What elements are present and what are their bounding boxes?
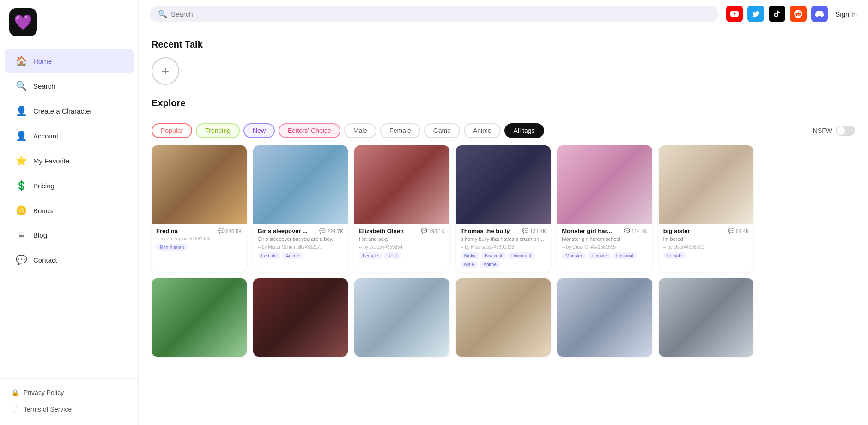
char-tags: Female Anime xyxy=(258,252,344,259)
char-card-b2[interactable] xyxy=(253,278,348,357)
sidebar-item-pricing[interactable]: 💲 Pricing xyxy=(5,174,134,198)
char-tag: Male xyxy=(461,261,478,268)
char-author: -- by CrushOnAI#1581895 xyxy=(562,245,648,250)
lock-icon: 🔒 xyxy=(11,389,19,396)
char-image xyxy=(253,278,348,357)
char-card-b6[interactable] xyxy=(659,278,754,357)
char-image xyxy=(456,145,551,224)
content-area: Recent Talk + Explore Popular Trending N… xyxy=(139,28,868,425)
logo-icon: 💜 xyxy=(14,13,32,31)
home-icon: 🏠 xyxy=(16,55,27,66)
char-desc: Hot and sexy xyxy=(359,236,445,242)
character-grid: Fredina 💬 646.5K -- by Zo Zapious#158190… xyxy=(152,145,855,272)
char-info: Thomas the bully 💬 131.4K a horny bully … xyxy=(456,224,551,272)
logo-area: 💜 xyxy=(0,0,138,44)
sidebar-item-bonus[interactable]: 🪙 Bonus xyxy=(5,198,134,222)
char-card-monster-girl[interactable]: Monster girl har... 💬 114.4K Monster gir… xyxy=(557,145,652,272)
recent-talk-section: Recent Talk + xyxy=(152,39,855,85)
search-bar[interactable]: 🔍 xyxy=(150,6,719,22)
sidebar-item-label: Contact xyxy=(33,256,57,264)
char-desc: Girls sleepover but you are a boy. xyxy=(258,236,344,242)
youtube-icon[interactable] xyxy=(726,6,743,22)
reddit-icon[interactable] xyxy=(790,6,807,22)
twitter-icon[interactable] xyxy=(747,6,764,22)
sidebar-item-blog[interactable]: 🖥 Blog xyxy=(5,223,134,247)
sidebar-item-favorite[interactable]: ⭐ My Favorite xyxy=(5,149,134,173)
char-card-thomas[interactable]: Thomas the bully 💬 131.4K a horny bully … xyxy=(456,145,551,272)
empty-slot xyxy=(760,145,855,272)
char-tag: Female xyxy=(663,252,686,259)
filter-game[interactable]: Game xyxy=(424,123,460,138)
char-tag: Female xyxy=(258,252,280,259)
char-card-elizabeth[interactable]: Elizabeth Olsen 💬 198.1K Hot and sexy --… xyxy=(354,145,449,272)
char-name-row: Elizabeth Olsen 💬 198.1K xyxy=(359,227,445,234)
char-name: Monster girl har... xyxy=(562,227,624,234)
explore-section: Explore Popular Trending New Editors' Ch… xyxy=(152,98,855,357)
topbar: 🔍 Sign In xyxy=(139,0,868,28)
char-card-big-sister[interactable]: big sister 💬 64.4K im bored -- by User#4… xyxy=(659,145,754,272)
filter-editors[interactable]: Editors' Choice xyxy=(279,123,340,138)
pricing-icon: 💲 xyxy=(16,180,27,191)
char-count: 💬 131.4K xyxy=(522,228,546,234)
sidebar-footer: 🔒 Privacy Policy 📄 Terms of Service xyxy=(0,378,138,425)
filter-male[interactable]: Male xyxy=(344,123,376,138)
privacy-label: Privacy Policy xyxy=(24,389,64,396)
char-card-fredina[interactable]: Fredina 💬 646.5K -- by Zo Zapious#158190… xyxy=(152,145,247,272)
sidebar-item-label: Home xyxy=(33,57,52,65)
sidebar-item-contact[interactable]: 💬 Contact xyxy=(5,248,134,272)
nsfw-toggle[interactable] xyxy=(836,126,855,136)
chat-icon: 💬 xyxy=(319,228,326,234)
sign-in-button[interactable]: Sign In xyxy=(835,10,857,18)
sidebar-item-label: Pricing xyxy=(33,182,55,190)
char-tags: Non-human xyxy=(156,244,242,251)
favorite-icon: ⭐ xyxy=(16,155,27,166)
char-image xyxy=(253,145,348,224)
sidebar-item-search[interactable]: 🔍 Search xyxy=(5,74,134,98)
char-card-b5[interactable] xyxy=(557,278,652,357)
char-card-girls-sleepover[interactable]: Girls sleepover ... 💬 224.7K Girls sleep… xyxy=(253,145,348,272)
terms-of-service-link[interactable]: 📄 Terms of Service xyxy=(11,403,127,416)
char-card-b3[interactable] xyxy=(354,278,449,357)
filter-alltags[interactable]: All tags xyxy=(504,123,544,138)
char-card-b4[interactable] xyxy=(456,278,551,357)
char-tag: Anime xyxy=(282,252,303,259)
logo[interactable]: 💜 xyxy=(9,8,37,36)
char-name: Thomas the bully xyxy=(461,227,522,234)
search-input[interactable] xyxy=(171,10,710,18)
filter-new[interactable]: New xyxy=(243,123,275,138)
char-image xyxy=(354,145,449,224)
sidebar: 💜 🏠 Home 🔍 Search 👤 Create a Character 👤… xyxy=(0,0,139,425)
contact-icon: 💬 xyxy=(16,254,27,265)
filter-trending[interactable]: Trending xyxy=(196,123,240,138)
char-author: -- by Zo Zapious#1581909 xyxy=(156,236,242,241)
sidebar-item-account[interactable]: 👤 Account xyxy=(5,124,134,148)
privacy-policy-link[interactable]: 🔒 Privacy Policy xyxy=(11,386,127,399)
sidebar-item-create[interactable]: 👤 Create a Character xyxy=(5,99,134,123)
chat-icon: 💬 xyxy=(218,228,225,234)
filter-anime[interactable]: Anime xyxy=(464,123,501,138)
account-icon: 👤 xyxy=(16,130,27,141)
char-tag: Real xyxy=(384,252,401,259)
filter-female[interactable]: Female xyxy=(380,123,420,138)
chat-icon: 💬 xyxy=(728,228,734,234)
chat-icon: 💬 xyxy=(522,228,528,234)
char-image xyxy=(152,278,247,357)
char-name: Elizabeth Olsen xyxy=(359,227,421,234)
main-content: 🔍 Sign In Recent Talk xyxy=(139,0,868,425)
search-icon: 🔍 xyxy=(16,80,27,91)
tiktok-icon[interactable] xyxy=(769,6,785,22)
char-card-b1[interactable] xyxy=(152,278,247,357)
char-name: Girls sleepover ... xyxy=(258,227,320,234)
filter-popular[interactable]: Popular xyxy=(152,123,192,138)
char-name: Fredina xyxy=(156,227,218,234)
char-image xyxy=(354,278,449,357)
sidebar-item-home[interactable]: 🏠 Home xyxy=(5,49,134,73)
chat-icon: 💬 xyxy=(421,228,427,234)
plus-icon: + xyxy=(162,64,169,78)
discord-icon[interactable] xyxy=(811,6,828,22)
char-info: Girls sleepover ... 💬 224.7K Girls sleep… xyxy=(253,224,348,263)
char-name: big sister xyxy=(663,227,728,234)
add-talk-button[interactable]: + xyxy=(152,57,179,85)
document-icon: 📄 xyxy=(11,406,19,413)
char-tag: Non-human xyxy=(156,244,188,251)
